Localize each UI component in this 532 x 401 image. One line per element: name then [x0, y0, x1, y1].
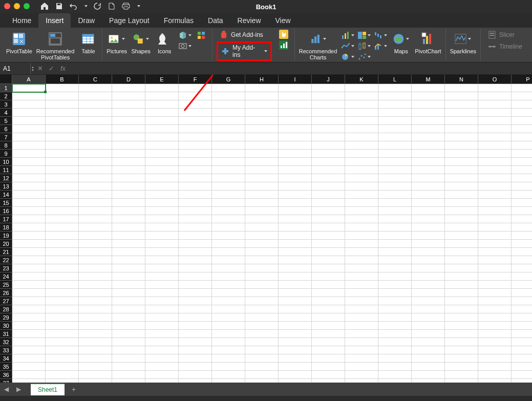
cell[interactable]: [46, 354, 79, 363]
recommended-pivottables-button[interactable]: Recommended PivotTables: [34, 30, 77, 61]
cell[interactable]: [245, 182, 279, 191]
cell[interactable]: [279, 264, 312, 272]
cell[interactable]: [412, 141, 445, 150]
my-addins-dropdown-icon[interactable]: [264, 50, 267, 52]
column-header[interactable]: J: [312, 75, 345, 84]
cell[interactable]: [179, 223, 212, 231]
cell[interactable]: [412, 297, 445, 305]
cell[interactable]: [46, 223, 79, 231]
cell[interactable]: [46, 150, 79, 158]
cell[interactable]: [279, 363, 312, 371]
cell[interactable]: [212, 330, 245, 338]
cell[interactable]: [212, 256, 245, 264]
cell[interactable]: [378, 346, 412, 354]
cell[interactable]: [345, 100, 378, 109]
cell[interactable]: [478, 231, 512, 240]
cell[interactable]: [445, 207, 478, 215]
cell[interactable]: [312, 264, 345, 272]
cell[interactable]: [445, 305, 478, 313]
column-header[interactable]: D: [112, 75, 145, 84]
cell[interactable]: [145, 313, 179, 322]
cell[interactable]: [12, 289, 46, 297]
icons-button[interactable]: Icons: [153, 30, 176, 55]
cell[interactable]: [378, 330, 412, 338]
cell[interactable]: [46, 289, 79, 297]
cell[interactable]: [312, 125, 345, 133]
cell[interactable]: [212, 174, 245, 182]
cell[interactable]: [279, 313, 312, 322]
cell[interactable]: [112, 338, 145, 346]
row-header[interactable]: 30: [0, 322, 12, 330]
cell[interactable]: [179, 330, 212, 338]
cell[interactable]: [345, 346, 378, 354]
cell[interactable]: [478, 289, 512, 297]
cell[interactable]: [245, 338, 279, 346]
cell[interactable]: [378, 240, 412, 248]
row-header[interactable]: 11: [0, 166, 12, 174]
cell[interactable]: [279, 84, 312, 92]
row-header[interactable]: 29: [0, 313, 12, 322]
cell[interactable]: [345, 174, 378, 182]
cell[interactable]: [46, 199, 79, 207]
cell[interactable]: [279, 272, 312, 281]
line-chart-button[interactable]: [341, 41, 354, 51]
cell[interactable]: [345, 297, 378, 305]
cell[interactable]: [112, 166, 145, 174]
cell[interactable]: [212, 264, 245, 272]
cell[interactable]: [412, 133, 445, 141]
cell[interactable]: [478, 272, 512, 281]
cell[interactable]: [378, 281, 412, 289]
cell[interactable]: [179, 289, 212, 297]
cell[interactable]: [179, 256, 212, 264]
cell[interactable]: [412, 207, 445, 215]
cell[interactable]: [79, 338, 112, 346]
cell[interactable]: [512, 191, 532, 199]
cell[interactable]: [12, 158, 46, 166]
cell[interactable]: [378, 117, 412, 125]
cell[interactable]: [79, 166, 112, 174]
cell[interactable]: [179, 305, 212, 313]
cell[interactable]: [245, 215, 279, 223]
row-header[interactable]: 23: [0, 264, 12, 272]
cell[interactable]: [212, 125, 245, 133]
cell[interactable]: [445, 379, 478, 383]
cell[interactable]: [179, 215, 212, 223]
column-header[interactable]: F: [179, 75, 212, 84]
cell[interactable]: [512, 313, 532, 322]
cell[interactable]: [445, 248, 478, 256]
cell[interactable]: [512, 174, 532, 182]
cell[interactable]: [145, 371, 179, 379]
tab-draw[interactable]: Draw: [71, 13, 102, 28]
spreadsheet-grid[interactable]: ABCDEFGHIJKLMNOP 12345678910111213141516…: [0, 75, 532, 383]
cell[interactable]: [179, 281, 212, 289]
cell[interactable]: [279, 322, 312, 330]
cell[interactable]: [46, 322, 79, 330]
sheet-nav-prev[interactable]: ◀: [1, 384, 12, 395]
cell[interactable]: [512, 223, 532, 231]
cell[interactable]: [512, 363, 532, 371]
cell[interactable]: [279, 289, 312, 297]
cell[interactable]: [46, 109, 79, 117]
cell[interactable]: [478, 240, 512, 248]
cell[interactable]: [378, 100, 412, 109]
cell[interactable]: [12, 100, 46, 109]
cell[interactable]: [46, 264, 79, 272]
cell[interactable]: [12, 305, 46, 313]
cell[interactable]: [46, 117, 79, 125]
cell[interactable]: [145, 174, 179, 182]
cell[interactable]: [212, 248, 245, 256]
row-header[interactable]: 10: [0, 158, 12, 166]
cell[interactable]: [46, 346, 79, 354]
cell[interactable]: [412, 354, 445, 363]
cell[interactable]: [245, 125, 279, 133]
cell[interactable]: [79, 125, 112, 133]
cell[interactable]: [179, 166, 212, 174]
cell[interactable]: [512, 354, 532, 363]
cell[interactable]: [212, 166, 245, 174]
cell[interactable]: [279, 133, 312, 141]
cell[interactable]: [179, 141, 212, 150]
row-header[interactable]: 9: [0, 150, 12, 158]
cell[interactable]: [445, 191, 478, 199]
cell[interactable]: [79, 207, 112, 215]
cell[interactable]: [179, 379, 212, 383]
